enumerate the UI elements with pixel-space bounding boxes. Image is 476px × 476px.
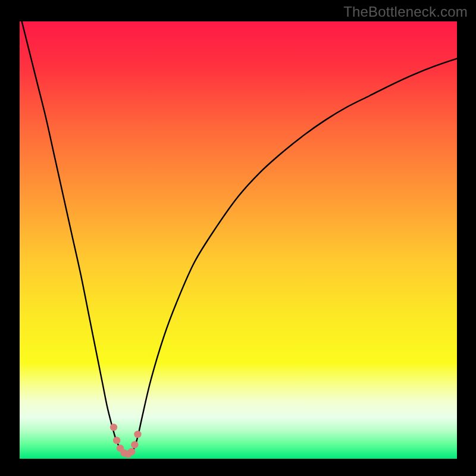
chart-frame: TheBottleneck.com <box>0 0 476 476</box>
highlight-dot <box>113 437 120 444</box>
highlight-dot <box>110 424 117 431</box>
highlight-dot <box>134 431 141 438</box>
highlight-dot <box>128 448 135 455</box>
highlight-dot <box>131 441 138 448</box>
gradient-background <box>20 21 457 459</box>
bottleneck-chart <box>0 0 476 476</box>
